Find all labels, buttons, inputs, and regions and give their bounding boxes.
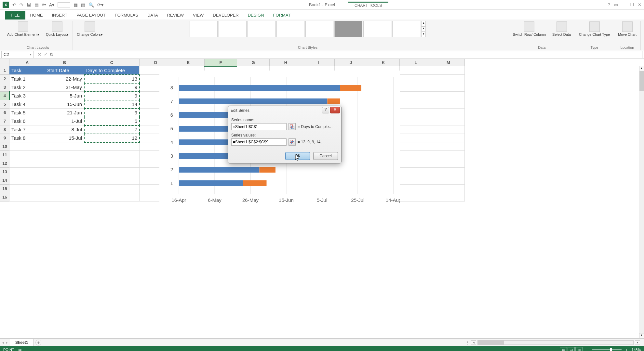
chart-style-6[interactable] bbox=[334, 21, 362, 37]
horizontal-scrollbar[interactable] bbox=[477, 340, 634, 345]
row-header-10[interactable]: 10 bbox=[0, 142, 9, 151]
cell-A9[interactable]: Task 8 bbox=[9, 134, 45, 142]
chart-style-4[interactable] bbox=[276, 21, 304, 37]
gallery-down[interactable]: ▾ bbox=[421, 26, 426, 32]
zoom-in-button[interactable]: + bbox=[625, 348, 627, 351]
chart-style-8[interactable] bbox=[392, 21, 420, 37]
sheet-nav-prev[interactable]: ◂ bbox=[2, 340, 4, 345]
cell-A1[interactable]: Task bbox=[9, 66, 45, 75]
sheet-tab-active[interactable]: Sheet1 bbox=[10, 339, 34, 346]
row-header-15[interactable]: 15 bbox=[0, 185, 9, 193]
quick-layout-button[interactable]: Quick Layout▾ bbox=[45, 21, 70, 37]
cell-A14[interactable] bbox=[9, 176, 45, 185]
add-chart-element-button[interactable]: Add Chart Element▾ bbox=[6, 21, 41, 37]
cell-B3[interactable]: 31-May bbox=[45, 83, 84, 92]
cell-B1[interactable]: Start Date bbox=[45, 66, 84, 75]
col-header-E[interactable]: E bbox=[172, 59, 205, 66]
cell-C9[interactable]: 12 bbox=[84, 134, 140, 142]
cell-L13[interactable] bbox=[400, 168, 432, 176]
chart-style-2[interactable] bbox=[219, 21, 247, 37]
change-chart-type-button[interactable]: Change Chart Type bbox=[578, 21, 611, 37]
cell-M5[interactable] bbox=[432, 100, 465, 109]
tab-insert[interactable]: INSERT bbox=[47, 11, 72, 20]
tab-home[interactable]: HOME bbox=[25, 11, 47, 20]
col-header-L[interactable]: L bbox=[400, 59, 432, 66]
cell-M4[interactable] bbox=[432, 92, 465, 100]
cell-B2[interactable]: 22-May bbox=[45, 75, 84, 83]
cell-A16[interactable] bbox=[9, 193, 45, 202]
cell-M10[interactable] bbox=[432, 142, 465, 151]
cell-B8[interactable]: 8-Jul bbox=[45, 125, 84, 134]
cell-B16[interactable] bbox=[45, 193, 84, 202]
chart-style-7[interactable] bbox=[363, 21, 391, 37]
col-header-H[interactable]: H bbox=[270, 59, 302, 66]
close-button[interactable]: ✕ bbox=[638, 2, 641, 7]
ribbon-options-button[interactable]: ▭ bbox=[614, 2, 618, 7]
cancel-button[interactable]: Cancel bbox=[313, 152, 338, 160]
cell-A12[interactable] bbox=[9, 159, 45, 168]
cell-A2[interactable]: Task 1 bbox=[9, 75, 45, 83]
minimize-button[interactable]: — bbox=[622, 2, 626, 7]
page-layout-view-button[interactable]: ▤ bbox=[568, 347, 575, 351]
cell-L15[interactable] bbox=[400, 185, 432, 193]
col-header-G[interactable]: G bbox=[237, 59, 270, 66]
fx-icon[interactable]: fx bbox=[50, 52, 53, 57]
cell-A3[interactable]: Task 2 bbox=[9, 83, 45, 92]
cell-A7[interactable]: Task 6 bbox=[9, 117, 45, 125]
change-colors-button[interactable]: Change Colors▾ bbox=[75, 21, 104, 37]
cell-C8[interactable]: 7 bbox=[84, 125, 140, 134]
row-header-14[interactable]: 14 bbox=[0, 176, 9, 185]
col-header-F[interactable]: F bbox=[205, 59, 237, 66]
cell-C14[interactable] bbox=[84, 176, 140, 185]
row-header-2[interactable]: 2 bbox=[0, 75, 9, 83]
cell-A10[interactable] bbox=[9, 142, 45, 151]
col-header-C[interactable]: C bbox=[84, 59, 140, 66]
add-sheet-button[interactable]: + bbox=[35, 340, 41, 345]
cell-C4[interactable]: 9 bbox=[84, 92, 140, 100]
row-header-3[interactable]: 3 bbox=[0, 83, 9, 92]
sheet-nav-next[interactable]: ▸ bbox=[6, 340, 8, 345]
gallery-more[interactable]: ▾ bbox=[421, 32, 426, 37]
cell-A5[interactable]: Task 4 bbox=[9, 100, 45, 109]
cell-C3[interactable]: 9 bbox=[84, 83, 140, 92]
scroll-down-button[interactable]: ▾ bbox=[639, 333, 644, 338]
normal-view-button[interactable]: ▦ bbox=[560, 347, 567, 351]
cell-C10[interactable] bbox=[84, 142, 140, 151]
tab-formulas[interactable]: FORMULAS bbox=[110, 11, 143, 20]
cell-L1[interactable] bbox=[400, 66, 432, 75]
chart-styles-gallery[interactable]: ▴ ▾ ▾ bbox=[190, 21, 426, 37]
row-header-6[interactable]: 6 bbox=[0, 109, 9, 117]
cell-A8[interactable]: Task 7 bbox=[9, 125, 45, 134]
enter-formula-icon[interactable]: ✓ bbox=[44, 52, 47, 57]
cell-L16[interactable] bbox=[400, 193, 432, 202]
qat-dropdown[interactable] bbox=[58, 2, 70, 7]
cell-M14[interactable] bbox=[432, 176, 465, 185]
cell-L3[interactable] bbox=[400, 83, 432, 92]
font-inc-button[interactable]: A▾ bbox=[49, 2, 54, 7]
cell-C16[interactable] bbox=[84, 193, 140, 202]
cell-B10[interactable] bbox=[45, 142, 84, 151]
chart-object[interactable]: 16-Apr6-May26-May15-Jun5-Jul25-Jul14-Aug… bbox=[159, 71, 400, 210]
qat-btn-4[interactable]: 🔍 bbox=[88, 2, 94, 7]
cell-C13[interactable] bbox=[84, 168, 140, 176]
cell-M15[interactable] bbox=[432, 185, 465, 193]
switch-row-col-button[interactable]: Switch Row/ Column bbox=[512, 21, 547, 37]
cell-A15[interactable] bbox=[9, 185, 45, 193]
cell-L6[interactable] bbox=[400, 109, 432, 117]
cell-B12[interactable] bbox=[45, 159, 84, 168]
cell-L7[interactable] bbox=[400, 117, 432, 125]
cell-L11[interactable] bbox=[400, 151, 432, 159]
cell-C15[interactable] bbox=[84, 185, 140, 193]
cell-L5[interactable] bbox=[400, 100, 432, 109]
cell-M3[interactable] bbox=[432, 83, 465, 92]
cell-B9[interactable]: 15-Jul bbox=[45, 134, 84, 142]
cell-B11[interactable] bbox=[45, 151, 84, 159]
cell-B13[interactable] bbox=[45, 168, 84, 176]
cell-B7[interactable]: 1-Jul bbox=[45, 117, 84, 125]
cell-B4[interactable]: 5-Jun bbox=[45, 92, 84, 100]
zoom-out-button[interactable]: − bbox=[586, 348, 588, 351]
cell-M16[interactable] bbox=[432, 193, 465, 202]
cell-L9[interactable] bbox=[400, 134, 432, 142]
cell-M11[interactable] bbox=[432, 151, 465, 159]
col-header-B[interactable]: B bbox=[45, 59, 84, 66]
